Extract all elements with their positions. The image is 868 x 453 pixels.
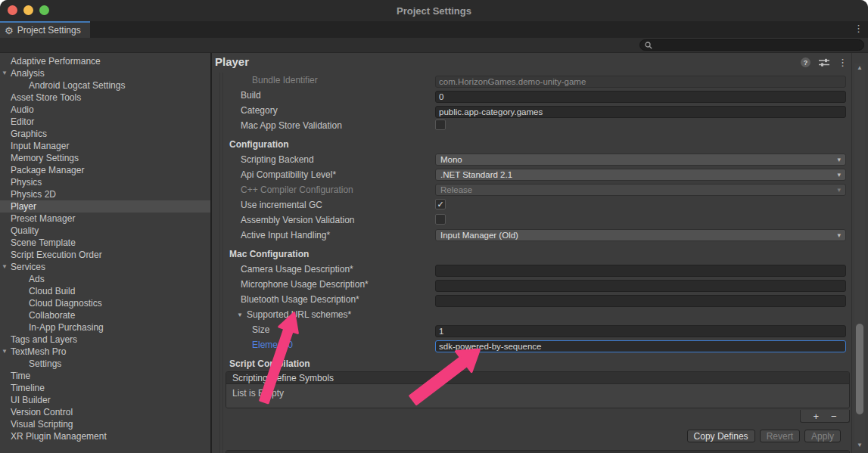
inspector-row-category: Category (212, 103, 866, 118)
scroll-up-button[interactable]: ▲ (854, 64, 865, 73)
inspector-row-c-compiler-configuration: C++ Compiler ConfigurationRelease▾ (212, 182, 866, 197)
sidebar-item-input-manager[interactable]: Input Manager (0, 140, 210, 152)
sidebar-item-cloud-diagnostics[interactable]: Cloud Diagnostics (0, 297, 210, 309)
foldout-label[interactable]: ▼Supported URL schemes* (237, 309, 351, 320)
sidebar-item-label: Version Control (11, 407, 73, 417)
text-field[interactable] (435, 325, 846, 337)
sidebar-item-time[interactable]: Time (0, 370, 210, 382)
list-add-button[interactable]: + (813, 411, 819, 421)
sidebar-item-scene-template[interactable]: Scene Template (0, 237, 210, 249)
copy-defines-button[interactable]: Copy Defines (687, 430, 755, 442)
sidebar-item-quality[interactable]: Quality (0, 225, 210, 237)
sidebar-item-services[interactable]: ▼Services (0, 261, 210, 273)
field-label: Element 0 (252, 340, 293, 350)
sidebar-item-settings[interactable]: Settings (0, 358, 210, 370)
vertical-scrollbar[interactable]: ▲ ▼ (854, 64, 865, 450)
text-field[interactable] (435, 91, 846, 103)
sidebar-item-in-app-purchasing[interactable]: In-App Purchasing (0, 321, 210, 334)
field-label: Mac App Store Validation (241, 120, 342, 131)
section-header: Mac Configuration (229, 249, 309, 259)
sidebar-item-collaborate[interactable]: Collaborate (0, 309, 210, 321)
sidebar-item-label: Visual Scripting (11, 419, 73, 430)
section-header: Script Compilation (229, 358, 310, 369)
sidebar-item-memory-settings[interactable]: Memory Settings (0, 152, 210, 164)
sidebar-item-label: Ads (29, 274, 45, 284)
help-icon[interactable]: ? (801, 57, 810, 67)
field-label: Bluetooth Usage Description* (241, 294, 359, 305)
sidebar-item-label: Tags and Layers (11, 334, 77, 345)
inspector-row-mac-configuration: Mac Configuration (212, 247, 866, 262)
sidebar-item-graphics[interactable]: Graphics (0, 128, 210, 140)
search-input[interactable] (655, 41, 859, 50)
sidebar-item-label: Physics (11, 177, 42, 188)
sidebar-item-audio[interactable]: Audio (0, 104, 210, 116)
sidebar-item-textmesh-pro[interactable]: ▼TextMesh Pro (0, 346, 210, 358)
sidebar-item-cloud-build[interactable]: Cloud Build (0, 285, 210, 297)
sidebar-item-asset-store-tools[interactable]: Asset Store Tools (0, 92, 210, 104)
inspector-more-icon[interactable]: ⋮ (838, 57, 848, 67)
sidebar-item-label: XR Plugin Management (11, 431, 107, 442)
sidebar-item-version-control[interactable]: Version Control (0, 406, 210, 418)
sidebar-item-label: Scene Template (11, 237, 76, 248)
presets-icon[interactable] (819, 58, 829, 67)
sidebar-item-preset-manager[interactable]: Preset Manager (0, 213, 210, 225)
dropdown[interactable]: Mono▾ (435, 154, 846, 166)
revert-button[interactable]: Revert (760, 430, 800, 442)
field-label: Scripting Backend (241, 154, 314, 165)
sidebar-item-ads[interactable]: Ads (0, 273, 210, 285)
sidebar-item-visual-scripting[interactable]: Visual Scripting (0, 418, 210, 430)
scripting-define-symbols-list: Scripting Define Symbols List is Empty (226, 371, 850, 408)
project-settings-window: Project Settings ⚙ Project Settings ⋮ Ad… (0, 0, 868, 453)
search-field[interactable] (639, 39, 864, 51)
sidebar-item-tags-and-layers[interactable]: Tags and Layers (0, 334, 210, 346)
sidebar-item-android-logcat-settings[interactable]: Android Logcat Settings (0, 79, 210, 92)
sidebar-item-xr-plugin-management[interactable]: XR Plugin Management (0, 430, 210, 442)
tab-options-icon[interactable]: ⋮ (854, 23, 863, 33)
field-label: Use incremental GC (241, 200, 322, 210)
text-field[interactable] (435, 340, 846, 352)
text-field[interactable] (435, 295, 846, 307)
sidebar-item-timeline[interactable]: Timeline (0, 382, 210, 394)
sidebar-item-analysis[interactable]: ▼Analysis (0, 67, 210, 79)
sidebar-item-physics-2d[interactable]: Physics 2D (0, 188, 210, 200)
tab-project-settings[interactable]: ⚙ Project Settings (0, 21, 90, 38)
sidebar-item-adaptive-performance[interactable]: Adaptive Performance (0, 55, 210, 67)
dropdown[interactable]: Input Manager (Old)▾ (435, 229, 846, 241)
zoom-window-button[interactable] (39, 5, 49, 15)
sidebar-item-physics[interactable]: Physics (0, 176, 210, 188)
sidebar-item-editor[interactable]: Editor (0, 116, 210, 128)
foldout-open-icon[interactable]: ▼ (2, 67, 8, 79)
sidebar-item-ui-builder[interactable]: UI Builder (0, 394, 210, 406)
sidebar-item-label: Package Manager (11, 165, 84, 175)
checkbox[interactable] (435, 119, 446, 130)
apply-button[interactable]: Apply (804, 430, 841, 442)
inspector-header: Player ? ⋮ (212, 53, 866, 73)
text-field[interactable] (435, 106, 846, 118)
scrollbar-thumb[interactable] (856, 324, 863, 414)
foldout-open-icon[interactable]: ▼ (2, 261, 8, 273)
check-icon: ✓ (437, 200, 443, 209)
sidebar-item-label: Collaborate (29, 310, 75, 321)
sidebar-item-label: Settings (29, 358, 61, 369)
checkbox[interactable]: ✓ (435, 199, 446, 209)
tab-label: Project Settings (17, 25, 81, 36)
sidebar-item-script-execution-order[interactable]: Script Execution Order (0, 249, 210, 261)
close-window-button[interactable] (8, 5, 17, 15)
foldout-open-icon[interactable]: ▼ (2, 346, 8, 358)
text-field (435, 76, 846, 88)
field-label: Size (252, 324, 269, 335)
dropdown-value: Mono (440, 155, 462, 164)
foldout-open-icon[interactable]: ▼ (237, 312, 243, 318)
dropdown[interactable]: .NET Standard 2.1▾ (435, 169, 846, 181)
minimize-window-button[interactable] (23, 5, 33, 15)
scroll-down-button[interactable]: ▼ (854, 441, 865, 450)
list-remove-button[interactable]: − (831, 411, 837, 421)
page-title: Player (215, 55, 249, 68)
checkbox[interactable] (435, 214, 446, 225)
sidebar-item-label: TextMesh Pro (11, 346, 66, 357)
dropdown-value: Release (440, 185, 472, 194)
sidebar-item-package-manager[interactable]: Package Manager (0, 164, 210, 176)
text-field[interactable] (435, 280, 846, 292)
text-field[interactable] (435, 265, 846, 277)
sidebar-item-player[interactable]: Player (0, 200, 210, 213)
